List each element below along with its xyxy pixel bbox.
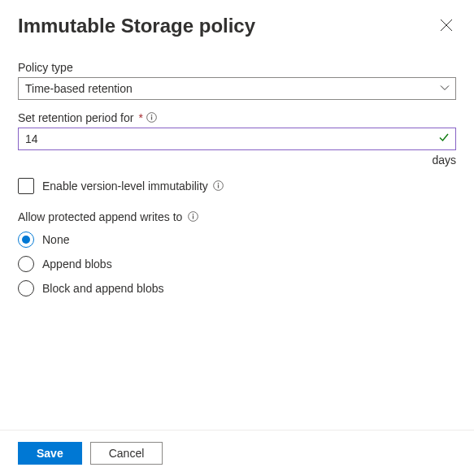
required-asterisk: * — [138, 111, 142, 124]
retention-input[interactable] — [18, 128, 456, 150]
info-icon[interactable] — [146, 112, 158, 123]
radio-label: Block and append blobs — [42, 282, 163, 295]
radio-label: Append blobs — [42, 257, 112, 270]
radio-button[interactable] — [18, 256, 34, 272]
svg-point-7 — [193, 214, 194, 215]
append-writes-label: Allow protected append writes to — [18, 210, 182, 223]
append-writes-label-group: Allow protected append writes to — [18, 210, 456, 223]
radio-label: None — [42, 233, 69, 246]
append-writes-option-block-append[interactable]: Block and append blobs — [18, 280, 456, 296]
radio-button[interactable] — [18, 232, 34, 248]
radio-button[interactable] — [18, 280, 34, 296]
svg-point-1 — [151, 115, 153, 116]
version-level-row[interactable]: Enable version-level immutability — [18, 178, 456, 194]
check-icon — [438, 132, 450, 146]
save-button[interactable]: Save — [18, 442, 82, 465]
append-writes-option-append[interactable]: Append blobs — [18, 256, 456, 272]
panel-title: Immutable Storage policy — [18, 15, 255, 38]
cancel-button[interactable]: Cancel — [90, 442, 163, 465]
panel-header: Immutable Storage policy — [0, 0, 474, 41]
svg-rect-5 — [218, 185, 219, 188]
info-icon[interactable] — [213, 180, 224, 192]
close-icon — [440, 19, 453, 34]
immutable-storage-policy-panel: Immutable Storage policy Policy type Tim… — [0, 0, 474, 476]
append-writes-group: Allow protected append writes to None Ap… — [18, 210, 456, 296]
retention-input-wrapper — [18, 128, 456, 150]
retention-suffix: days — [18, 154, 456, 167]
version-level-checkbox[interactable] — [18, 178, 34, 194]
svg-rect-8 — [193, 216, 194, 219]
panel-footer: Save Cancel — [0, 430, 474, 476]
retention-field: Set retention period for * days — [18, 111, 456, 167]
policy-type-field: Policy type Time-based retention — [18, 61, 456, 100]
panel-body: Policy type Time-based retention Set ret… — [0, 41, 474, 430]
policy-type-select[interactable]: Time-based retention — [18, 77, 456, 100]
policy-type-select-wrapper: Time-based retention — [18, 77, 456, 100]
info-icon[interactable] — [187, 211, 198, 223]
svg-point-4 — [218, 183, 220, 184]
version-level-label: Enable version-level immutability — [42, 180, 208, 193]
version-level-label-group: Enable version-level immutability — [42, 180, 224, 193]
close-button[interactable] — [437, 15, 456, 37]
retention-label: Set retention period for * — [18, 111, 456, 124]
retention-label-text: Set retention period for — [18, 111, 133, 124]
policy-type-label: Policy type — [18, 61, 456, 74]
append-writes-option-none[interactable]: None — [18, 232, 456, 248]
svg-rect-2 — [151, 117, 152, 120]
